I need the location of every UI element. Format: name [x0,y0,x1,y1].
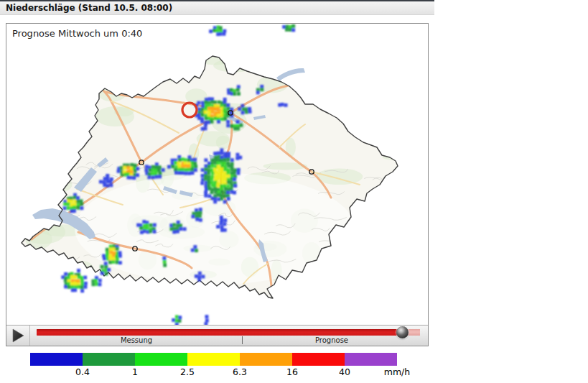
legend-label: 1 [132,366,138,377]
slider-handle[interactable] [396,326,409,338]
legend-swatch [292,353,345,366]
legend-label: 40 [339,366,350,377]
legend-swatch [30,353,83,366]
legend-label: 6.3 [233,366,247,377]
page-title: Niederschläge (Stand 10.5. 08:00) [0,1,434,14]
timeline-label-forecast: Prognose [315,336,348,344]
timeline-slider[interactable] [37,329,420,336]
precip-legend: 0.412.56.31640mm/h [30,353,411,379]
legend-label: 2.5 [180,366,195,377]
legend-swatch [240,353,292,366]
legend-swatch [83,353,135,366]
play-button[interactable] [6,326,30,346]
legend-swatch [345,353,397,366]
timeline-divider [242,336,243,344]
switzerland-precipitation-map[interactable] [6,24,428,325]
play-icon [12,328,24,343]
timeline-elapsed [37,329,402,336]
legend-label: 16 [286,366,298,377]
legend-swatch [135,353,187,366]
legend-swatch [187,353,240,366]
playback-controls: Messung Prognose [6,325,428,346]
legend-label: 0.4 [75,366,90,377]
page-title-bar: Niederschläge (Stand 10.5. 08:00) [0,0,434,15]
timeline-label-measurement: Messung [121,336,152,344]
map-caption: Prognose Mittwoch um 0:40 [12,28,142,39]
legend-label: mm/h [384,366,411,377]
map-panel: Prognose Mittwoch um 0:40 Messung Progno… [6,23,429,346]
